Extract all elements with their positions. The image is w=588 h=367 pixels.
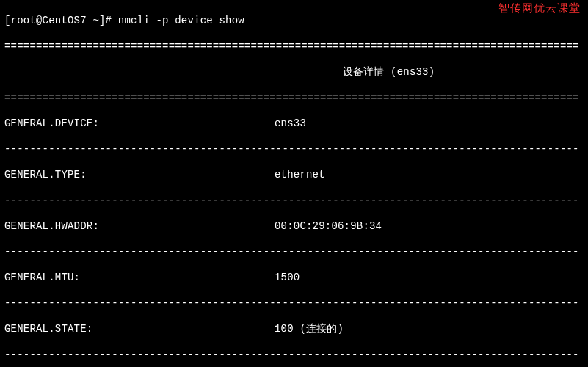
separator-dash: ----------------------------------------…: [4, 297, 584, 310]
output-key: GENERAL.STATE:: [4, 323, 275, 336]
output-val: ens33: [275, 117, 584, 131]
output-key: GENERAL.TYPE:: [4, 169, 275, 182]
separator-eq: ========================================…: [4, 92, 584, 105]
output-key: GENERAL.MTU:: [4, 272, 275, 285]
output-row: GENERAL.STATE:100 (连接的): [4, 323, 584, 336]
output-val: 1500: [275, 272, 584, 285]
output-row: GENERAL.TYPE:ethernet: [4, 169, 584, 182]
separator-eq: ========================================…: [4, 40, 584, 54]
device-header: 设备详情 (ens33): [4, 66, 584, 79]
separator-dash: ----------------------------------------…: [4, 349, 584, 362]
separator-dash: ----------------------------------------…: [4, 195, 584, 208]
separator-dash: ----------------------------------------…: [4, 143, 584, 156]
output-val: 100 (连接的): [275, 323, 584, 336]
shell-prompt: [root@CentOS7 ~]#: [4, 15, 118, 26]
separator-dash: ----------------------------------------…: [4, 246, 584, 259]
output-key: GENERAL.DEVICE:: [4, 117, 275, 131]
output-key: GENERAL.HWADDR:: [4, 220, 275, 233]
output-row: GENERAL.HWADDR:00:0C:29:06:9B:34: [4, 220, 584, 233]
output-val: ethernet: [275, 169, 584, 182]
output-row: GENERAL.MTU:1500: [4, 272, 584, 285]
output-val: 00:0C:29:06:9B:34: [275, 220, 584, 233]
command-text: nmcli -p device show: [118, 15, 244, 26]
terminal-output: [root@CentOS7 ~]# nmcli -p device show =…: [0, 0, 588, 367]
watermark-label: 智传网优云课堂: [498, 1, 581, 15]
device-header-text: 设备详情 (ens33): [343, 66, 435, 78]
prompt-line: [root@CentOS7 ~]# nmcli -p device show: [4, 15, 584, 28]
output-row: GENERAL.DEVICE:ens33: [4, 117, 584, 131]
